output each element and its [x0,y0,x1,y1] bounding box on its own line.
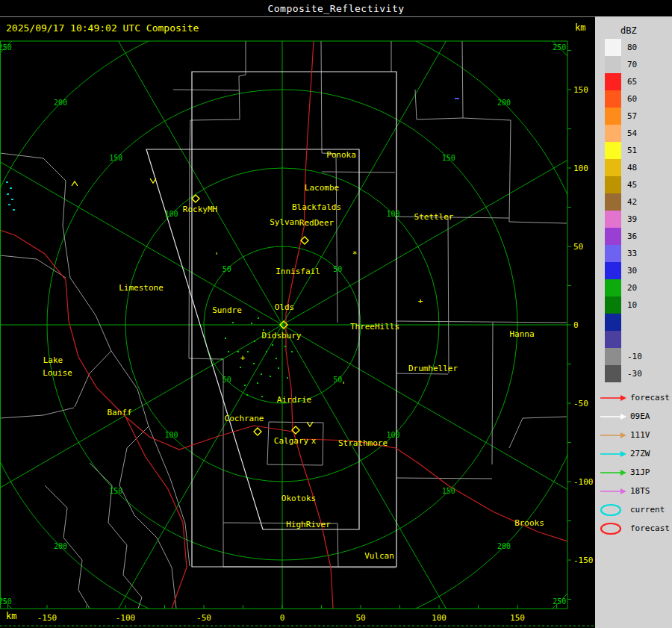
legend-arrow: 31JP [595,463,672,482]
colorbar-value: -10 [627,352,642,361]
colorbar-row: 45 [595,176,672,193]
legend-ellipse-icon [599,521,627,536]
colorbar-swatch [605,314,621,331]
ring-distance-label: 50 [333,376,342,384]
highway-line [0,230,293,450]
radar-echo-dot [246,394,248,396]
radar-echo-dot [266,351,267,352]
municipal-boundary [395,217,509,218]
scan-area-outline [146,149,359,529]
radar-echo-dot [261,373,262,375]
radar-echo-dot [225,338,226,339]
radar-echo-dot [237,351,239,352]
colorbar-row: 33 [595,245,672,262]
radar-echo-dot [276,358,277,359]
colorbar-row: 30 [595,262,672,279]
radar-echo-dot [240,367,241,368]
colorbar-row: 65 [595,73,672,90]
timestamp: 2025/09/17 10:49:02 UTC Composite [6,22,199,34]
municipal-boundary [322,172,395,172]
highway-line [302,439,567,541]
dash-icon [455,98,459,99]
colorbar-value: 45 [627,180,637,190]
legend-arrow-icon [599,468,627,477]
legend-arrow-icon [599,412,627,421]
legend-arrow: forecast [595,388,672,407]
colorbar-swatch [605,39,621,56]
y-axis-label: 0 [573,320,579,330]
colorbar-swatch [605,211,621,228]
ring-distance-label: 200 [497,542,511,550]
colorbar-swatch [605,279,621,296]
radar-echo-dot [232,322,234,323]
radar-echo-dot [244,385,246,386]
legend-sidebar: dBZ 80706560575451484542393633302010-10-… [595,16,672,628]
y-axis-label: -100 [573,477,594,487]
radar-echo-dot [257,382,258,384]
colorbar-swatch [605,108,621,125]
ring-distance-label: 150 [442,487,455,495]
echo-dot-cyan [8,204,10,205]
municipal-boundary [396,478,492,479]
colorbar-value: 70 [627,60,637,69]
ring-distance-label: 250 [553,597,566,606]
colorbar-row: 57 [595,108,672,125]
x-axis-label: 0 [280,613,285,623]
legend-ellipse-label: forecast [630,523,670,533]
legend-arrow: 27ZW [595,444,672,463]
colorbar-swatch [605,56,621,73]
radar-echo-dot [254,341,255,342]
y-axis-label: 150 [573,85,588,95]
ring-distance-label: 100 [164,210,178,218]
legend-arrow-label: forecast [630,393,670,402]
colorbar-row: 80 [595,39,672,56]
y-axis-label: 50 [573,242,583,252]
ring-distance-label: 200 [497,99,511,107]
colorbar-value: 54 [627,128,637,138]
marker-legend: forecast09EA111V27ZW31JP18TScurrentforec… [595,388,672,538]
colorbar-row: -30 [595,365,672,382]
colorbar-swatch [605,90,621,108]
ring-distance-label: 50 [223,265,231,273]
scan-area-outline [192,72,396,567]
colorbar-value: 20 [627,283,637,293]
x-axis-label: -150 [37,613,57,623]
colorbar-swatch [605,331,621,348]
colorbar-value: 30 [627,266,637,276]
caret-down-icon [150,178,156,183]
radar-plot[interactable]: *++''x5050505010010010010015015015015020… [0,0,595,628]
colorbar-value: 48 [627,163,637,172]
ring-distance-label: 100 [386,431,399,439]
municipal-boundary [173,90,240,90]
municipal-boundary [448,218,449,373]
colorbar-value: 65 [627,77,637,87]
colorbar-row [595,331,672,348]
radar-echo-dot [287,377,288,379]
ring-distance-label: 150 [442,154,455,162]
x-axis-label: -100 [116,613,136,623]
colorbar: 80706560575451484542393633302010-10-30 [595,39,672,382]
colorbar-row: 39 [595,211,672,228]
colorbar-value: 39 [627,214,637,224]
municipal-boundary [70,278,190,566]
colorbar-value: 80 [627,43,637,52]
legend-arrow: 18TS [595,482,672,500]
radar-echo-dot [247,351,249,352]
colorbar-swatch [605,176,621,193]
y-axis-label: -50 [573,399,588,408]
caret-up-icon [72,181,78,186]
legend-ellipse: current [595,500,672,519]
echo-dot-cyan [6,181,8,183]
colorbar-value: 57 [627,111,637,121]
radar-echo-dot [261,396,263,397]
ring-distance-label: 200 [54,99,67,107]
colorbar-swatch [605,142,621,159]
colorbar-row: 36 [595,228,672,245]
legend-ellipse: forecast [595,519,672,538]
radar-echo-dot [278,367,279,369]
y-axis-label: -150 [573,556,594,565]
colorbar-swatch [605,73,621,90]
ring-distance-label: 250 [0,597,12,606]
municipal-boundary [509,417,567,448]
colorbar-row [595,314,672,331]
